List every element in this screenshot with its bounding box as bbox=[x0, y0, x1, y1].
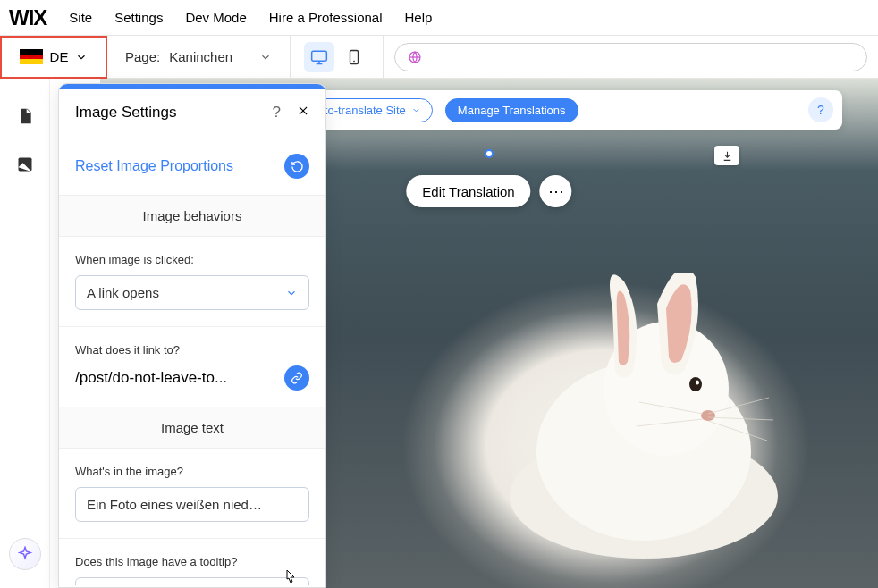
behaviors-section-title: Image behaviors bbox=[59, 195, 325, 236]
manage-translations-button[interactable]: Manage Translations bbox=[445, 98, 578, 122]
more-options-button[interactable]: ⋯ bbox=[540, 175, 572, 207]
desktop-view-button[interactable] bbox=[304, 42, 334, 72]
chevron-down-icon bbox=[75, 51, 88, 63]
reset-proportions-link[interactable]: Reset Image Proportions bbox=[75, 158, 233, 174]
panel-close-button[interactable] bbox=[297, 104, 309, 122]
rabbit-image bbox=[474, 273, 814, 559]
panel-header: Image Settings ? bbox=[59, 89, 325, 136]
floating-toolbar: Edit Translation ⋯ bbox=[406, 175, 571, 207]
sparkle-icon bbox=[17, 546, 33, 562]
click-action-select[interactable]: A link opens bbox=[75, 275, 309, 310]
flag-de-icon bbox=[20, 49, 43, 64]
left-rail bbox=[0, 79, 50, 588]
globe-icon bbox=[408, 50, 422, 64]
edit-translation-button[interactable]: Edit Translation bbox=[406, 175, 530, 207]
cursor-pointer-icon bbox=[282, 568, 298, 586]
download-button[interactable] bbox=[714, 146, 739, 165]
rail-ai-button[interactable] bbox=[9, 538, 41, 570]
device-toggle bbox=[291, 36, 384, 78]
chevron-down-icon bbox=[285, 287, 298, 299]
image-settings-panel: Image Settings ? Reset Image Proportions… bbox=[58, 83, 326, 588]
menu-hire[interactable]: Hire a Professional bbox=[269, 10, 383, 25]
alt-text-section: What's in the image? Ein Foto eines weiß… bbox=[59, 448, 325, 538]
reset-button[interactable] bbox=[284, 154, 309, 179]
svg-point-13 bbox=[701, 410, 715, 421]
reset-proportions-row: Reset Image Proportions bbox=[59, 136, 325, 195]
menu-settings[interactable]: Settings bbox=[114, 10, 163, 25]
rail-pages-button[interactable] bbox=[14, 105, 36, 127]
top-menu-bar: WIX Site Settings Dev Mode Hire a Profes… bbox=[0, 0, 878, 36]
alt-text-label: What's in the image? bbox=[75, 465, 309, 478]
alt-text-input[interactable]: Ein Foto eines weißen nied… bbox=[75, 487, 309, 522]
svg-point-11 bbox=[689, 377, 702, 391]
page-label: Page: bbox=[125, 49, 160, 64]
mobile-view-button[interactable] bbox=[339, 42, 369, 72]
wix-logo: WIX bbox=[9, 5, 46, 30]
svg-rect-0 bbox=[312, 51, 327, 61]
link-icon bbox=[291, 372, 303, 384]
edit-link-button[interactable] bbox=[284, 365, 309, 391]
menu-site[interactable]: Site bbox=[69, 10, 92, 25]
ruler-handle[interactable] bbox=[485, 149, 494, 158]
svg-point-12 bbox=[696, 380, 699, 384]
image-text-section-title: Image text bbox=[59, 407, 325, 448]
panel-body: Reset Image Proportions Image behaviors … bbox=[59, 136, 325, 585]
toolbar: DE Page: Kaninchen bbox=[0, 36, 878, 79]
panel-help-button[interactable]: ? bbox=[273, 104, 281, 122]
link-section: What does it link to? /post/do-not-leave… bbox=[59, 326, 325, 407]
page-value: Kaninchen bbox=[169, 49, 272, 64]
rail-media-button[interactable] bbox=[14, 154, 36, 175]
main-area: Now editing: German Auto-translate Site … bbox=[0, 79, 878, 588]
image-icon bbox=[16, 155, 34, 173]
click-behavior-section: When image is clicked: A link opens bbox=[59, 236, 325, 326]
menu-devmode[interactable]: Dev Mode bbox=[185, 10, 246, 25]
chevron-down-icon bbox=[411, 105, 421, 115]
link-value: /post/do-not-leave-to... bbox=[75, 369, 275, 387]
link-label: What does it link to? bbox=[75, 343, 309, 357]
mobile-icon bbox=[346, 49, 362, 65]
language-selector[interactable]: DE bbox=[0, 36, 107, 79]
panel-title: Image Settings bbox=[75, 104, 176, 122]
svg-rect-3 bbox=[350, 50, 359, 63]
desktop-icon bbox=[310, 48, 328, 66]
download-icon bbox=[722, 150, 733, 162]
undo-icon bbox=[291, 160, 304, 173]
url-bar bbox=[384, 43, 878, 71]
click-label: When image is clicked: bbox=[75, 253, 309, 266]
chevron-down-icon bbox=[259, 51, 272, 63]
tooltip-label: Does this image have a tooltip? bbox=[75, 555, 309, 568]
tooltip-input[interactable]: Niederländisches Zwergka… bbox=[75, 577, 309, 585]
close-icon bbox=[297, 105, 309, 117]
page-selector[interactable]: Page: Kaninchen bbox=[107, 36, 291, 78]
language-code: DE bbox=[50, 49, 69, 64]
page-icon bbox=[16, 106, 34, 126]
help-button[interactable]: ? bbox=[808, 97, 833, 122]
url-input[interactable] bbox=[394, 43, 867, 71]
menu-help[interactable]: Help bbox=[405, 10, 433, 25]
